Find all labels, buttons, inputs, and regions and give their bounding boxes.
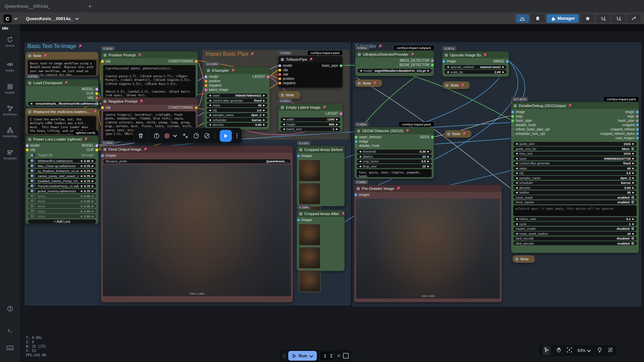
lora-toggle[interactable] bbox=[30, 189, 36, 193]
port-dot[interactable] bbox=[442, 60, 445, 63]
output-port[interactable]: cropped_refined_alpha bbox=[600, 132, 638, 136]
run-button[interactable]: Run bbox=[288, 351, 317, 361]
ckpt-name-widget[interactable]: ◀c ...novaAnimaXL_IllustriousV30.safeten… bbox=[28, 102, 96, 106]
output-port[interactable]: cnet_images bbox=[600, 136, 638, 140]
port-dot[interactable] bbox=[95, 144, 98, 147]
port-dot[interactable] bbox=[101, 154, 104, 157]
toggle-all-switch[interactable] bbox=[30, 154, 36, 157]
collapse-toggle[interactable] bbox=[281, 58, 284, 61]
collapse-toggle[interactable] bbox=[515, 258, 518, 261]
terminal-button[interactable] bbox=[0, 327, 20, 334]
note-node-collapsed[interactable]: Note bbox=[443, 82, 470, 89]
browser-tab[interactable]: QueenKesis__00014a_ bbox=[0, 0, 82, 12]
widget-row[interactable]: ◀denoise0.50▶ bbox=[513, 186, 637, 190]
port-dot[interactable] bbox=[636, 124, 639, 126]
input-port[interactable]: latent_image bbox=[205, 88, 228, 92]
widget-row[interactable]: ◀control after generatefixed▶ bbox=[207, 98, 267, 102]
preview-image-placeholder[interactable]: 1320 x 920 bbox=[356, 199, 500, 299]
port-dot[interactable] bbox=[95, 97, 98, 99]
fit-view-button[interactable] bbox=[567, 347, 572, 354]
collapse-toggle[interactable] bbox=[514, 104, 517, 107]
delete-button[interactable] bbox=[138, 133, 144, 139]
lora-row[interactable]: None◀1.00▶ bbox=[28, 214, 96, 218]
select-tool-button[interactable] bbox=[543, 346, 551, 355]
port-dot[interactable] bbox=[636, 119, 639, 122]
upscale-image-by-node[interactable]: 0.007s Upscale Image By image IMAGE ◀ups… bbox=[442, 51, 509, 77]
note-node-collapsed[interactable]: Note bbox=[513, 255, 535, 263]
lora-toggle[interactable] bbox=[30, 209, 36, 213]
cropped-areas-after-node[interactable]: 0.158s Cropped Areas After images bbox=[297, 210, 345, 271]
widget-row[interactable]: ◀noise_mask_feather10▶ bbox=[513, 231, 637, 236]
widget-row[interactable]: ◀schedulerkarras▶ bbox=[513, 181, 637, 185]
filename-prefix-widget[interactable]: ◀filename_prefixQueenKesis__▶ bbox=[103, 159, 291, 163]
widget-row[interactable]: ◀denoise0.90▶ bbox=[207, 123, 267, 127]
widget-row[interactable]: ◀cycle1▶ bbox=[513, 222, 637, 226]
load-checkpoint-node[interactable]: 4.070s Load Checkpoint MODELCLIPVAE ◀c .… bbox=[26, 79, 98, 107]
lora-row[interactable]: jackal_mommy.safetensors◀0.75▶ bbox=[28, 189, 96, 193]
lightbulb-button[interactable] bbox=[597, 347, 602, 354]
port-dot[interactable] bbox=[278, 69, 281, 71]
cropped-areas-before-node[interactable]: 0.142s Cropped Areas Before images bbox=[297, 146, 345, 206]
input-port[interactable]: detailer_hook bbox=[512, 123, 550, 127]
port-dot[interactable] bbox=[195, 60, 198, 63]
decrement-button[interactable] bbox=[330, 356, 333, 358]
sidebar-item-nodesmap[interactable]: NodesMap bbox=[0, 127, 20, 138]
port-dot[interactable] bbox=[636, 133, 639, 135]
widget-row[interactable]: ◀tiled_decodeenabled▶ bbox=[513, 241, 637, 245]
output-port[interactable]: CONDITIONING bbox=[168, 59, 197, 63]
input-port[interactable]: image bbox=[443, 59, 456, 63]
collapse-toggle[interactable] bbox=[281, 94, 284, 97]
port-dot[interactable] bbox=[511, 133, 514, 135]
model-name-widget[interactable]: ◀model_namesegm/fdetailerAdetailerFor_v1… bbox=[357, 69, 432, 73]
sidebar-item-queue[interactable]: Queue bbox=[0, 36, 20, 47]
port-dot[interactable] bbox=[205, 80, 207, 83]
lora-row[interactable]: WhitewolfV1.safetensors◀0.40▶ bbox=[28, 159, 96, 163]
new-tab-button[interactable]: + bbox=[88, 3, 92, 10]
prompt-textarea[interactable]: ((professional photo, photorealistic)), … bbox=[103, 65, 196, 97]
port-dot[interactable] bbox=[355, 136, 357, 139]
input-port[interactable]: images bbox=[102, 153, 116, 158]
collapse-toggle[interactable] bbox=[445, 54, 448, 57]
comfyui-logo[interactable]: C bbox=[3, 14, 12, 23]
run-options-chevron-icon[interactable] bbox=[310, 354, 313, 357]
widget-row[interactable]: ◀control after generatefixed▶ bbox=[513, 161, 637, 165]
collapse-toggle[interactable] bbox=[357, 187, 360, 190]
input-port[interactable]: negative bbox=[279, 81, 296, 85]
update-all-button[interactable] bbox=[612, 14, 625, 23]
port-dot[interactable] bbox=[26, 144, 29, 147]
port-dot[interactable] bbox=[195, 106, 198, 109]
port-dot[interactable] bbox=[355, 140, 357, 143]
port-dot[interactable] bbox=[431, 136, 434, 139]
widget-row[interactable]: ◀cfg2.5▶ bbox=[207, 108, 267, 112]
collapse-toggle[interactable] bbox=[28, 110, 31, 113]
lora-row[interactable]: zy_Realism_Enhancer_v2.safetensors◀0.70▶ bbox=[28, 169, 96, 173]
info-button[interactable] bbox=[154, 133, 160, 139]
lora-row[interactable]: None◀1.00▶ bbox=[28, 209, 96, 213]
widget-row[interactable]: ◀refiner_ratio0.2▶ bbox=[513, 217, 637, 221]
port-dot[interactable] bbox=[267, 75, 269, 78]
collapse-toggle[interactable] bbox=[207, 69, 210, 72]
more-options-button[interactable] bbox=[237, 133, 238, 138]
input-port[interactable]: images bbox=[298, 154, 312, 158]
output-port[interactable]: CONDITIONING bbox=[168, 105, 197, 110]
collapse-toggle[interactable] bbox=[28, 138, 31, 141]
port-dot[interactable] bbox=[636, 137, 639, 139]
lora-toggle[interactable] bbox=[30, 159, 36, 162]
port-dot[interactable] bbox=[636, 111, 639, 113]
sidebar-item-workflows[interactable]: Workflows bbox=[0, 105, 20, 116]
final-output-image-node[interactable]: 0.194s Final Output Image images ◀filena… bbox=[101, 146, 293, 302]
output-port[interactable]: image bbox=[600, 110, 638, 114]
widget-row[interactable]: ◀guide_size1024▶ bbox=[513, 142, 637, 146]
port-dot[interactable] bbox=[205, 89, 207, 91]
widget-row[interactable]: ◀sampler_namedpm_2▶ bbox=[513, 176, 637, 180]
collapse-toggle[interactable] bbox=[299, 148, 302, 151]
input-port[interactable]: image bbox=[512, 110, 550, 114]
ksampler-node[interactable]: 24.538s KSampler modelpositivenegativela… bbox=[204, 67, 270, 130]
widget-row[interactable]: ◀schedulerkarras▶ bbox=[207, 118, 267, 122]
note-node-collapsed[interactable]: Note bbox=[278, 91, 300, 99]
sidebar-item-templates[interactable]: Templates bbox=[0, 149, 20, 160]
crop-thumbnail[interactable] bbox=[299, 224, 320, 246]
widget-row[interactable]: ◀seed936826643147728▶ bbox=[513, 156, 637, 160]
output-port[interactable]: IMAGE bbox=[493, 59, 508, 63]
widget-row[interactable]: ◀max_size1024▶ bbox=[513, 152, 637, 156]
